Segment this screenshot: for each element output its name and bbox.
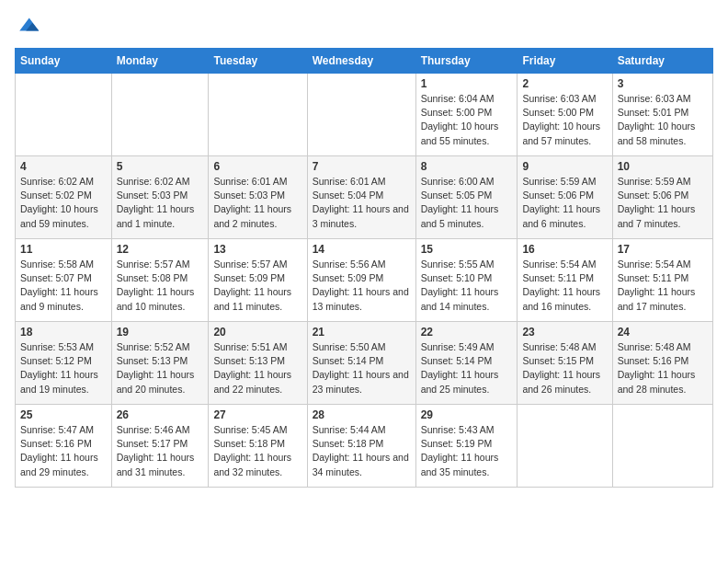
calendar-cell: 6Sunrise: 6:01 AM Sunset: 5:03 PM Daylig…	[209, 156, 307, 239]
day-number: 7	[313, 160, 411, 173]
day-info: Sunrise: 6:01 AM Sunset: 5:03 PM Dayligh…	[213, 175, 301, 231]
calendar-cell: 8Sunrise: 6:00 AM Sunset: 5:05 PM Daylig…	[415, 156, 518, 239]
day-number: 9	[522, 160, 607, 173]
day-number: 20	[213, 326, 301, 339]
calendar-cell: 14Sunrise: 5:56 AM Sunset: 5:09 PM Dayli…	[307, 239, 415, 322]
calendar-cell: 16Sunrise: 5:54 AM Sunset: 5:11 PM Dayli…	[518, 239, 612, 322]
day-number: 8	[421, 160, 513, 173]
calendar-cell: 15Sunrise: 5:55 AM Sunset: 5:10 PM Dayli…	[415, 239, 518, 322]
day-info: Sunrise: 5:55 AM Sunset: 5:10 PM Dayligh…	[421, 258, 513, 314]
day-info: Sunrise: 6:03 AM Sunset: 5:01 PM Dayligh…	[618, 92, 708, 148]
day-number: 29	[421, 408, 513, 421]
day-info: Sunrise: 5:57 AM Sunset: 5:08 PM Dayligh…	[117, 258, 204, 314]
week-row-2: 4Sunrise: 6:02 AM Sunset: 5:02 PM Daylig…	[16, 156, 713, 239]
calendar-cell: 21Sunrise: 5:50 AM Sunset: 5:14 PM Dayli…	[307, 322, 415, 405]
logo	[15, 15, 44, 40]
week-row-5: 25Sunrise: 5:47 AM Sunset: 5:16 PM Dayli…	[16, 405, 713, 488]
day-info: Sunrise: 5:56 AM Sunset: 5:09 PM Dayligh…	[313, 258, 411, 314]
calendar-cell: 29Sunrise: 5:43 AM Sunset: 5:19 PM Dayli…	[415, 405, 518, 488]
week-row-3: 11Sunrise: 5:58 AM Sunset: 5:07 PM Dayli…	[16, 239, 713, 322]
day-info: Sunrise: 5:54 AM Sunset: 5:11 PM Dayligh…	[618, 258, 708, 314]
calendar-cell: 17Sunrise: 5:54 AM Sunset: 5:11 PM Dayli…	[612, 239, 712, 322]
day-info: Sunrise: 5:47 AM Sunset: 5:16 PM Dayligh…	[20, 423, 107, 479]
calendar-cell: 11Sunrise: 5:58 AM Sunset: 5:07 PM Dayli…	[16, 239, 112, 322]
day-number: 24	[618, 326, 708, 339]
day-number: 27	[213, 408, 301, 421]
day-info: Sunrise: 5:44 AM Sunset: 5:18 PM Dayligh…	[313, 423, 411, 479]
calendar-cell	[612, 405, 712, 488]
calendar-cell: 19Sunrise: 5:52 AM Sunset: 5:13 PM Dayli…	[111, 322, 209, 405]
day-number: 18	[20, 326, 107, 339]
day-number: 14	[313, 243, 411, 256]
calendar-cell: 27Sunrise: 5:45 AM Sunset: 5:18 PM Dayli…	[209, 405, 307, 488]
calendar-cell: 3Sunrise: 6:03 AM Sunset: 5:01 PM Daylig…	[612, 74, 712, 156]
day-info: Sunrise: 5:51 AM Sunset: 5:13 PM Dayligh…	[213, 340, 301, 396]
calendar-cell: 4Sunrise: 6:02 AM Sunset: 5:02 PM Daylig…	[16, 156, 112, 239]
day-number: 23	[522, 326, 607, 339]
logo-icon	[15, 15, 40, 40]
day-info: Sunrise: 6:03 AM Sunset: 5:00 PM Dayligh…	[522, 92, 607, 148]
calendar-cell: 28Sunrise: 5:44 AM Sunset: 5:18 PM Dayli…	[307, 405, 415, 488]
page-header	[15, 15, 713, 40]
calendar-cell: 13Sunrise: 5:57 AM Sunset: 5:09 PM Dayli…	[209, 239, 307, 322]
day-number: 2	[522, 77, 607, 90]
day-number: 16	[522, 243, 607, 256]
day-info: Sunrise: 6:02 AM Sunset: 5:03 PM Dayligh…	[117, 175, 204, 231]
day-number: 11	[20, 243, 107, 256]
day-info: Sunrise: 5:59 AM Sunset: 5:06 PM Dayligh…	[618, 175, 708, 231]
day-number: 4	[20, 160, 107, 173]
day-header-thursday: Thursday	[415, 49, 518, 74]
week-row-4: 18Sunrise: 5:53 AM Sunset: 5:12 PM Dayli…	[16, 322, 713, 405]
day-info: Sunrise: 5:50 AM Sunset: 5:14 PM Dayligh…	[313, 340, 411, 396]
day-info: Sunrise: 5:48 AM Sunset: 5:16 PM Dayligh…	[618, 340, 708, 396]
day-info: Sunrise: 5:59 AM Sunset: 5:06 PM Dayligh…	[522, 175, 607, 231]
day-number: 28	[313, 408, 411, 421]
day-info: Sunrise: 5:45 AM Sunset: 5:18 PM Dayligh…	[213, 423, 301, 479]
day-number: 13	[213, 243, 301, 256]
calendar-header-row: SundayMondayTuesdayWednesdayThursdayFrid…	[16, 49, 713, 74]
week-row-1: 1Sunrise: 6:04 AM Sunset: 5:00 PM Daylig…	[16, 74, 713, 156]
day-number: 12	[117, 243, 204, 256]
day-number: 22	[421, 326, 513, 339]
day-info: Sunrise: 6:00 AM Sunset: 5:05 PM Dayligh…	[421, 175, 513, 231]
day-info: Sunrise: 5:53 AM Sunset: 5:12 PM Dayligh…	[20, 340, 107, 396]
day-number: 1	[421, 77, 513, 90]
calendar-cell: 20Sunrise: 5:51 AM Sunset: 5:13 PM Dayli…	[209, 322, 307, 405]
calendar-cell: 7Sunrise: 6:01 AM Sunset: 5:04 PM Daylig…	[307, 156, 415, 239]
day-header-saturday: Saturday	[612, 49, 712, 74]
day-info: Sunrise: 5:49 AM Sunset: 5:14 PM Dayligh…	[421, 340, 513, 396]
day-header-sunday: Sunday	[16, 49, 112, 74]
day-header-tuesday: Tuesday	[209, 49, 307, 74]
day-header-friday: Friday	[518, 49, 612, 74]
day-info: Sunrise: 6:01 AM Sunset: 5:04 PM Dayligh…	[313, 175, 411, 231]
calendar-cell	[16, 74, 112, 156]
calendar-cell	[307, 74, 415, 156]
calendar-cell: 5Sunrise: 6:02 AM Sunset: 5:03 PM Daylig…	[111, 156, 209, 239]
calendar-cell: 12Sunrise: 5:57 AM Sunset: 5:08 PM Dayli…	[111, 239, 209, 322]
day-number: 25	[20, 408, 107, 421]
calendar-cell: 18Sunrise: 5:53 AM Sunset: 5:12 PM Dayli…	[16, 322, 112, 405]
calendar-cell	[518, 405, 612, 488]
day-number: 6	[213, 160, 301, 173]
calendar-cell: 10Sunrise: 5:59 AM Sunset: 5:06 PM Dayli…	[612, 156, 712, 239]
calendar-cell: 25Sunrise: 5:47 AM Sunset: 5:16 PM Dayli…	[16, 405, 112, 488]
day-info: Sunrise: 6:04 AM Sunset: 5:00 PM Dayligh…	[421, 92, 513, 148]
day-number: 26	[117, 408, 204, 421]
day-number: 5	[117, 160, 204, 173]
day-info: Sunrise: 6:02 AM Sunset: 5:02 PM Dayligh…	[20, 175, 107, 231]
day-info: Sunrise: 5:58 AM Sunset: 5:07 PM Dayligh…	[20, 258, 107, 314]
calendar-cell: 23Sunrise: 5:48 AM Sunset: 5:15 PM Dayli…	[518, 322, 612, 405]
day-number: 15	[421, 243, 513, 256]
day-header-monday: Monday	[111, 49, 209, 74]
calendar-cell: 1Sunrise: 6:04 AM Sunset: 5:00 PM Daylig…	[415, 74, 518, 156]
day-number: 17	[618, 243, 708, 256]
day-info: Sunrise: 5:43 AM Sunset: 5:19 PM Dayligh…	[421, 423, 513, 479]
calendar-cell: 26Sunrise: 5:46 AM Sunset: 5:17 PM Dayli…	[111, 405, 209, 488]
day-number: 21	[313, 326, 411, 339]
day-header-wednesday: Wednesday	[307, 49, 415, 74]
day-info: Sunrise: 5:54 AM Sunset: 5:11 PM Dayligh…	[522, 258, 607, 314]
calendar-cell: 2Sunrise: 6:03 AM Sunset: 5:00 PM Daylig…	[518, 74, 612, 156]
day-number: 19	[117, 326, 204, 339]
calendar-table: SundayMondayTuesdayWednesdayThursdayFrid…	[15, 48, 713, 488]
calendar-cell	[111, 74, 209, 156]
